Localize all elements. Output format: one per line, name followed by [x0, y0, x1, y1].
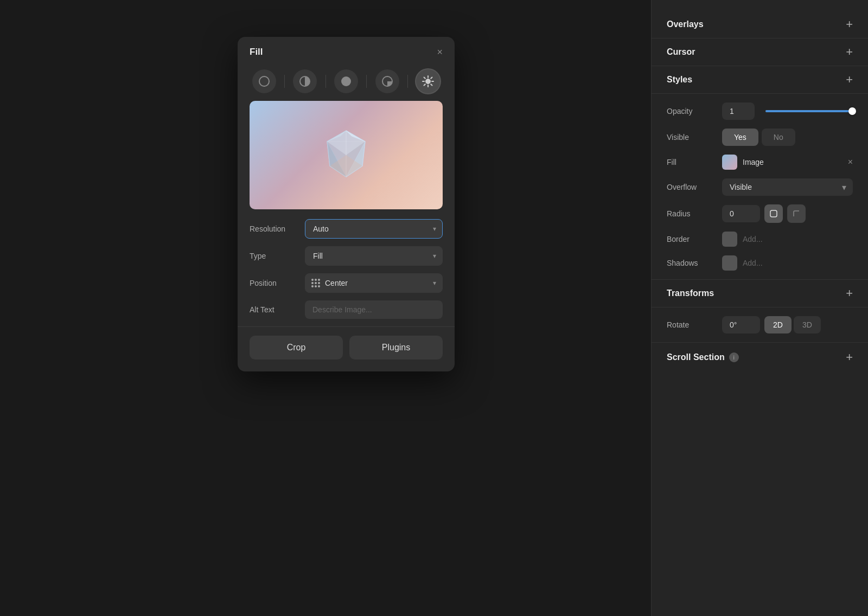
border-add-text: Add...: [743, 235, 853, 243]
image-type-row: [238, 65, 455, 101]
position-select[interactable]: Center Top Left Top Top Right Left Right…: [305, 273, 443, 293]
scroll-section: Scroll Section i +: [652, 343, 868, 372]
alt-text-row: Alt Text: [250, 300, 443, 319]
transforms-content: Rotate 2D 3D: [652, 307, 868, 343]
dimension-toggle: 2D 3D: [764, 316, 821, 333]
dim-2d-button[interactable]: 2D: [764, 316, 792, 333]
plugins-button[interactable]: Plugins: [349, 336, 443, 360]
position-row: Position Center Top Left Top Top Right L…: [250, 273, 443, 293]
visible-row: Visible Yes No: [667, 129, 853, 146]
position-select-wrapper: Center Top Left Top Top Right Left Right…: [305, 273, 443, 293]
dialog-footer: Crop Plugins: [238, 336, 455, 371]
visible-no-button[interactable]: No: [762, 129, 795, 146]
overlays-title: Overlays: [667, 20, 704, 29]
dialog-close-button[interactable]: ×: [437, 47, 443, 57]
alt-text-input[interactable]: [305, 300, 443, 319]
overflow-row: Overflow Visible Hidden Auto Scroll ▾: [667, 178, 853, 196]
scroll-section-title: Scroll Section: [667, 352, 725, 362]
type-divider-3: [366, 75, 367, 88]
type-circle-half-button[interactable]: [293, 69, 317, 93]
styles-content: Opacity 1 Visible Yes No Fill Image ×: [652, 94, 868, 280]
fill-remove-button[interactable]: ×: [848, 157, 853, 167]
radius-label: Radius: [667, 209, 716, 218]
overflow-select-wrapper: Visible Hidden Auto Scroll ▾: [722, 178, 853, 196]
type-divider-2: [326, 75, 326, 88]
styles-title: Styles: [667, 75, 692, 85]
visible-toggle-group: Yes No: [722, 129, 795, 146]
dialog-header: Fill ×: [238, 37, 455, 65]
fill-row-content: Image ×: [722, 155, 853, 170]
svg-point-2: [341, 76, 351, 86]
styles-add-button[interactable]: +: [846, 74, 853, 86]
cursor-add-button[interactable]: +: [846, 46, 853, 58]
opacity-value[interactable]: 1: [722, 102, 755, 120]
scroll-info-icon[interactable]: i: [729, 352, 739, 362]
position-grid-icon: [311, 279, 320, 287]
type-row: Type Fill Fit Stretch Tile ▾: [250, 246, 443, 266]
position-label: Position: [250, 279, 298, 287]
form-section: Resolution Auto 1x 2x 3x ▾ Type Fill Fit…: [238, 219, 455, 319]
svg-line-11: [431, 78, 432, 79]
fill-prop-label: Fill: [667, 158, 716, 166]
border-row: Border Add...: [667, 232, 853, 247]
transforms-title: Transforms: [667, 288, 714, 298]
svg-line-10: [431, 84, 432, 85]
overflow-label: Overflow: [667, 183, 716, 191]
visible-yes-button[interactable]: Yes: [722, 129, 758, 146]
opacity-row: Opacity 1: [667, 102, 853, 120]
radius-row: Radius: [667, 204, 853, 223]
radius-corner-button[interactable]: [787, 204, 806, 223]
shadows-add-text: Add...: [743, 259, 853, 267]
opacity-slider-track[interactable]: [765, 110, 853, 112]
scroll-title-row: Scroll Section i: [667, 352, 739, 362]
shadows-label: Shadows: [667, 259, 716, 267]
type-sun-button[interactable]: [416, 69, 440, 93]
border-color-swatch[interactable]: [722, 232, 737, 247]
rotate-input[interactable]: [722, 316, 760, 333]
cursor-title: Cursor: [667, 47, 695, 57]
rotate-controls: 2D 3D: [722, 316, 853, 333]
image-preview: [250, 101, 443, 209]
type-circle-filled-button[interactable]: [334, 69, 358, 93]
type-select[interactable]: Fill Fit Stretch Tile: [305, 246, 443, 266]
styles-section-header: Styles +: [652, 66, 868, 94]
overlays-add-button[interactable]: +: [846, 18, 853, 30]
type-select-wrapper: Fill Fit Stretch Tile ▾: [305, 246, 443, 266]
svg-line-9: [424, 78, 425, 79]
svg-point-0: [259, 76, 269, 86]
resolution-select[interactable]: Auto 1x 2x 3x: [305, 219, 443, 239]
type-divider-1: [284, 75, 285, 88]
shadows-row: Shadows Add...: [667, 255, 853, 271]
type-circle-quarter-button[interactable]: [375, 69, 399, 93]
border-label: Border: [667, 235, 716, 243]
overlays-section-header: Overlays +: [652, 11, 868, 39]
opacity-label: Opacity: [667, 107, 716, 116]
fill-preview-swatch[interactable]: [722, 155, 737, 170]
scroll-add-button[interactable]: +: [846, 351, 853, 363]
fill-dialog: Fill ×: [238, 37, 455, 371]
fill-row: Fill Image ×: [667, 155, 853, 170]
alt-text-label: Alt Text: [250, 305, 298, 314]
opacity-slider-fill: [765, 110, 853, 112]
shadows-color-swatch[interactable]: [722, 255, 737, 271]
radius-input[interactable]: [722, 205, 760, 222]
overflow-select[interactable]: Visible Hidden Auto Scroll: [722, 178, 853, 196]
type-circle-empty-button[interactable]: [252, 69, 276, 93]
transforms-add-button[interactable]: +: [846, 287, 853, 299]
fill-type-label: Image: [743, 158, 843, 166]
radius-square-button[interactable]: [764, 204, 783, 223]
crystal-image: [314, 125, 379, 185]
cursor-section-header: Cursor +: [652, 39, 868, 66]
right-panel: Overlays + Cursor + Styles + Opacity 1 V…: [651, 0, 868, 616]
svg-rect-22: [770, 210, 777, 217]
rotate-row: Rotate 2D 3D: [667, 316, 853, 333]
border-add-row: Add...: [722, 232, 853, 247]
type-divider-4: [407, 75, 408, 88]
shadows-add-row: Add...: [722, 255, 853, 271]
svg-point-4: [426, 79, 431, 84]
opacity-slider-thumb[interactable]: [848, 107, 856, 115]
dim-3d-button[interactable]: 3D: [794, 316, 821, 333]
crop-button[interactable]: Crop: [250, 336, 343, 360]
dialog-divider: [238, 326, 455, 327]
radius-controls: [722, 204, 853, 223]
